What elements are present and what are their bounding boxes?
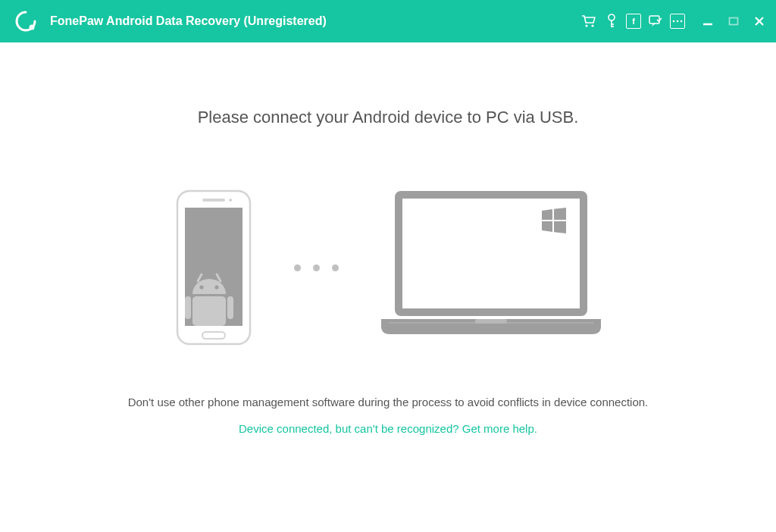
phone-illustration (168, 188, 259, 347)
svg-point-9 (677, 20, 679, 23)
warning-text: Don't use other phone management softwar… (128, 396, 649, 408)
app-window: FonePaw Android Data Recovery (Unregiste… (0, 0, 776, 532)
titlebar-right-group: f (580, 13, 767, 30)
svg-point-17 (229, 199, 232, 202)
dot-icon (313, 264, 320, 271)
svg-rect-24 (185, 296, 191, 319)
main-content: Please connect your Android device to PC… (0, 42, 776, 532)
instruction-title: Please connect your Android device to PC… (198, 108, 579, 127)
svg-point-10 (681, 20, 683, 23)
app-title: FonePaw Android Data Recovery (Unregiste… (50, 14, 327, 28)
illustration-row (168, 186, 609, 349)
svg-point-8 (673, 20, 675, 23)
maximize-button[interactable] (726, 14, 741, 29)
dot-icon (332, 264, 339, 271)
more-icon[interactable] (670, 14, 685, 29)
svg-rect-16 (202, 199, 225, 202)
svg-rect-28 (402, 199, 580, 308)
help-link[interactable]: Device connected, but can't be recognize… (239, 422, 537, 435)
cart-icon[interactable] (580, 13, 597, 30)
svg-point-1 (585, 24, 587, 27)
app-logo-icon (15, 11, 36, 32)
window-controls (700, 14, 767, 29)
svg-rect-23 (192, 296, 226, 326)
svg-point-22 (214, 285, 218, 289)
close-button[interactable] (752, 14, 767, 29)
feedback-icon[interactable] (647, 13, 664, 30)
svg-rect-12 (730, 18, 738, 25)
svg-rect-25 (227, 296, 233, 319)
facebook-icon[interactable]: f (626, 14, 641, 29)
laptop-illustration (374, 186, 609, 349)
svg-point-2 (591, 24, 593, 27)
svg-point-3 (609, 14, 615, 20)
svg-point-0 (30, 25, 35, 30)
titlebar: FonePaw Android Data Recovery (Unregiste… (0, 0, 776, 42)
minimize-button[interactable] (700, 14, 715, 29)
svg-point-21 (199, 285, 203, 289)
key-icon[interactable] (603, 13, 620, 30)
dot-icon (294, 264, 301, 271)
titlebar-left-group: FonePaw Android Data Recovery (Unregiste… (9, 11, 327, 32)
connection-dots (294, 264, 339, 271)
